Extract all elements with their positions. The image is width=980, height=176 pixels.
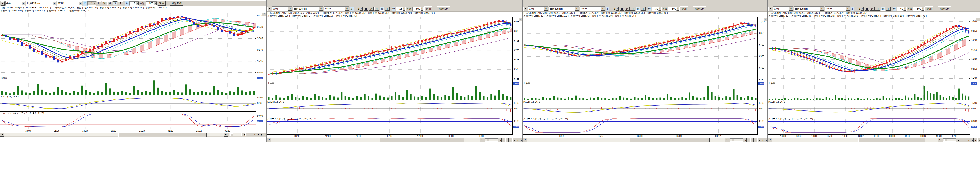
period-button-day[interactable]: 日 <box>97 2 102 5</box>
chart-tool-button-4[interactable]: ■ <box>256 133 259 136</box>
chart-tool-button-2[interactable]: − <box>505 138 509 142</box>
symbol-select[interactable]: 日経225mini▼ <box>26 1 56 6</box>
spinner-icon[interactable]: ⇅ <box>93 2 96 5</box>
contract-month-select[interactable]: 12/06▼ <box>580 6 605 11</box>
symbol-select[interactable]: 日経225mini▼ <box>794 6 824 11</box>
scrollbar-track[interactable] <box>5 133 224 136</box>
chevron-down-icon[interactable]: ▼ <box>78 2 82 5</box>
scrollbar-right-arrow[interactable]: ▶ <box>938 138 942 142</box>
bars-count-spinner[interactable]: 500⇅ <box>412 7 424 11</box>
apply-button[interactable]: 適用 <box>680 6 688 11</box>
minute-value-spinner[interactable]: 60⇅ <box>897 7 907 11</box>
multiple-symbols-button[interactable]: 複数銘柄 <box>170 1 183 6</box>
chart-tool-button-0[interactable]: ◀ <box>498 138 501 142</box>
spinner-icon[interactable]: ⇅ <box>676 7 679 11</box>
zoom-slider[interactable] <box>229 133 242 136</box>
scrollbar-thumb[interactable] <box>118 133 207 137</box>
price-chart[interactable] <box>267 17 512 82</box>
chevron-down-icon[interactable]: ▼ <box>846 7 850 11</box>
collapsed-combo[interactable]: ▼ <box>768 7 772 11</box>
period-button-week[interactable]: 週 <box>870 7 875 11</box>
category-select[interactable]: 先物▼ <box>773 6 793 11</box>
contract-month-select[interactable]: 12/06▼ <box>57 1 82 6</box>
apply-button[interactable]: 適用 <box>925 6 933 11</box>
chart-tool-button-6[interactable]: D <box>977 138 980 142</box>
spinner-icon[interactable]: ⇅ <box>921 7 924 11</box>
spinner-icon[interactable]: ⇅ <box>154 2 157 5</box>
zoom-slider[interactable] <box>485 138 498 141</box>
period-button-minute[interactable]: 分 <box>881 7 885 11</box>
ashi-count-spinner[interactable]: 1⇅ <box>354 7 363 11</box>
spinner-icon[interactable]: ⇅ <box>421 7 423 11</box>
chevron-down-icon[interactable]: ▼ <box>345 7 349 11</box>
chart-tool-button-4[interactable]: ■ <box>970 138 974 142</box>
category-select[interactable]: 先物▼ <box>5 1 25 6</box>
collapsed-combo[interactable]: ▼ <box>1 2 5 6</box>
chart-tool-button-0[interactable]: ◀ <box>242 133 245 136</box>
scrollbar-track[interactable] <box>271 138 480 142</box>
chart-tool-button-2[interactable]: − <box>750 138 754 142</box>
ashi-count-spinner[interactable]: 1⇅ <box>610 7 619 11</box>
chevron-down-icon[interactable]: ▼ <box>21 2 25 5</box>
scrollbar-left-arrow[interactable]: ◀ <box>267 138 271 142</box>
period-button-day[interactable]: 日 <box>864 7 869 11</box>
period-button-week[interactable]: 週 <box>102 2 107 5</box>
apply-button[interactable]: 適用 <box>158 1 165 6</box>
period-button-tick[interactable]: T <box>886 7 891 11</box>
spinner-icon[interactable]: ⇅ <box>402 7 406 11</box>
contract-month-select[interactable]: 12/06▼ <box>825 6 850 11</box>
period-button-tick[interactable]: T <box>641 7 646 11</box>
chart-tool-button-5[interactable]: ▶ <box>974 138 977 142</box>
chart-tool-button-5[interactable]: ▶ <box>260 133 263 136</box>
minute-value-spinner[interactable]: 5⇅ <box>129 2 139 6</box>
collapsed-combo[interactable]: ▼ <box>267 7 272 11</box>
collapse-button[interactable]: ▼ <box>262 13 266 16</box>
chart-tool-button-4[interactable]: ■ <box>757 138 761 142</box>
multiple-symbols-button[interactable]: 複数銘柄 <box>437 6 450 11</box>
period-button-day[interactable]: 日 <box>364 7 368 11</box>
collapse-button[interactable]: ▼ <box>519 18 522 21</box>
category-select[interactable]: 先物▼ <box>272 6 292 11</box>
scrollbar-right-arrow[interactable]: ▶ <box>725 138 729 142</box>
spinner-icon[interactable]: ⇅ <box>861 7 864 11</box>
price-chart[interactable] <box>523 17 757 82</box>
chart-tool-button-1[interactable]: ＋ <box>245 133 249 136</box>
period-button-month[interactable]: 月 <box>374 7 379 11</box>
period-button-week[interactable]: 週 <box>625 7 630 11</box>
collapse-button[interactable]: ▼ <box>976 18 980 21</box>
ashi-count-spinner[interactable]: 1⇅ <box>88 2 96 6</box>
chart-tool-button-0[interactable]: ◀ <box>956 138 959 142</box>
contract-month-select[interactable]: 12/06▼ <box>324 6 349 11</box>
scrollbar-track[interactable] <box>527 138 725 142</box>
chart-tool-button-2[interactable]: − <box>249 133 252 136</box>
period-button-month[interactable]: 月 <box>108 2 112 5</box>
scrollbar-left-arrow[interactable]: ◀ <box>0 133 4 137</box>
zoom-slider-thumb[interactable] <box>732 139 734 141</box>
chevron-down-icon[interactable]: ▼ <box>288 7 292 11</box>
zoom-slider[interactable] <box>730 138 743 141</box>
chart-tool-button-6[interactable]: D <box>263 133 267 136</box>
collapsed-combo[interactable]: ▼ <box>523 7 527 11</box>
chart-tool-button-0[interactable]: ◀ <box>743 138 746 142</box>
chart-tool-button-4[interactable]: ■ <box>512 138 516 142</box>
multiple-symbols-button[interactable]: 複数銘柄 <box>938 6 951 11</box>
minute-value-spinner[interactable]: 15⇅ <box>396 7 406 11</box>
period-button-tick[interactable]: T <box>118 2 123 5</box>
chevron-down-icon[interactable]: ▼ <box>575 7 579 11</box>
zoom-slider-thumb[interactable] <box>487 139 489 141</box>
apply-button[interactable]: 適用 <box>424 6 433 11</box>
chevron-down-icon[interactable]: ▼ <box>789 7 793 11</box>
chart-tool-button-1[interactable]: ＋ <box>747 138 750 142</box>
chevron-down-icon[interactable]: ▼ <box>319 7 323 11</box>
chevron-down-icon[interactable]: ▼ <box>544 7 548 11</box>
chevron-down-icon[interactable]: ▼ <box>601 7 605 11</box>
spinner-icon[interactable]: ⇅ <box>904 7 906 11</box>
scrollbar-right-arrow[interactable]: ▶ <box>480 138 484 142</box>
minute-value-spinner[interactable]: 30⇅ <box>652 7 662 11</box>
spinner-icon[interactable]: ⇅ <box>659 7 661 11</box>
scrollbar-left-arrow[interactable]: ◀ <box>768 138 772 142</box>
period-button-tick[interactable]: T <box>385 7 390 11</box>
scrollbar-thumb[interactable] <box>630 138 710 142</box>
chart-tool-button-5[interactable]: ▶ <box>761 138 764 142</box>
scrollbar-thumb[interactable] <box>858 138 925 142</box>
